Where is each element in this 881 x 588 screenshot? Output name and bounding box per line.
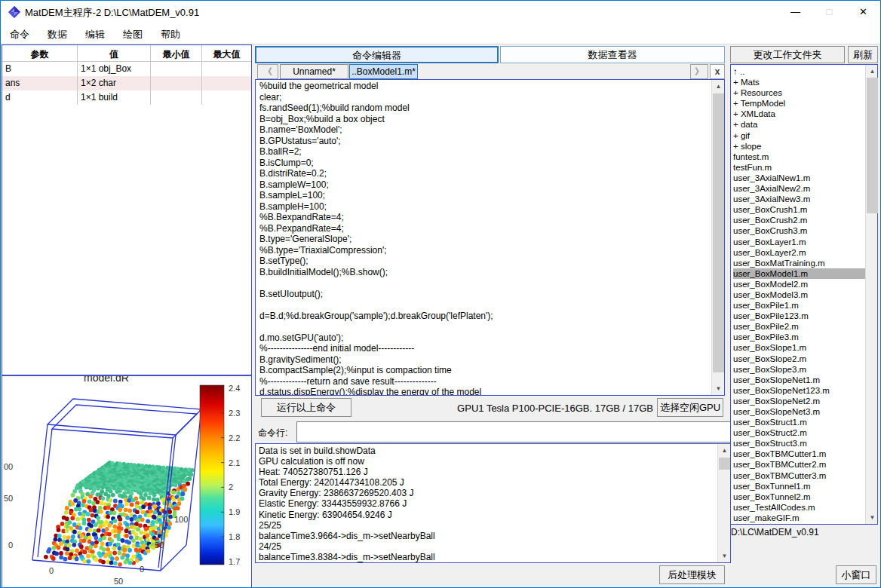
file-list-item[interactable]: user_BoxSlopeNet123.m xyxy=(733,385,865,396)
tab-data-viewer[interactable]: 数据查看器 xyxy=(500,46,725,63)
title-bar[interactable]: MatDEM主程序-2 D:\LC\MatDEM_v0.91 — □ ✕ xyxy=(1,1,880,23)
file-list-item[interactable]: user_BoxModel1.m xyxy=(733,268,865,279)
subtab-close-icon[interactable]: x xyxy=(710,64,725,79)
select-idle-gpu-button[interactable]: 选择空闲GPU xyxy=(657,398,723,417)
file-list-item[interactable]: user_BoxPile2.m xyxy=(733,321,865,332)
axis-tick: 50 xyxy=(114,577,123,586)
menu-item-0[interactable]: 命令 xyxy=(1,23,38,46)
table-row[interactable]: d1×1 build xyxy=(2,90,251,105)
file-list-item[interactable]: user_BoxTBMCutter2.m xyxy=(733,459,865,470)
file-list-item[interactable]: user_3AxialNew1.m xyxy=(733,173,865,183)
table-cell xyxy=(202,76,251,90)
menu-item-2[interactable]: 编辑 xyxy=(76,23,114,46)
tab-command-editor[interactable]: 命令编辑器 xyxy=(255,46,499,63)
file-list-scrollbar-thumb[interactable] xyxy=(867,78,878,213)
file-list-item[interactable]: user_BoxSlope2.m xyxy=(733,354,865,364)
file-list-item[interactable]: user_BoxPile1.m xyxy=(733,300,865,311)
colorbar-tick: 2.1 xyxy=(229,458,240,467)
change-workdir-button[interactable]: 更改工作文件夹 xyxy=(730,46,845,63)
file-list-item[interactable]: user_BoxTBMCutter3.m xyxy=(733,470,865,481)
col-header-max[interactable]: 最大值 xyxy=(202,45,251,62)
code-line: d=B.d;%d.breakGroup('sample');d.breakGro… xyxy=(259,311,711,322)
code-editor[interactable]: %build the geometrical modelclear;fs.ran… xyxy=(255,79,725,396)
table-row[interactable]: B1×1 obj_Box xyxy=(2,62,251,76)
menu-item-4[interactable]: 帮助 xyxy=(152,23,189,46)
console-scrollbar-thumb[interactable] xyxy=(719,458,730,470)
file-list-item[interactable]: user_BoxSlope1.m xyxy=(733,342,865,353)
file-list-item[interactable]: funtest.m xyxy=(733,152,865,162)
file-list-item[interactable]: + data xyxy=(733,119,865,130)
subtab-unnamed[interactable]: Unnamed* xyxy=(280,64,348,79)
file-list-item[interactable]: ↑ .. xyxy=(733,66,865,77)
command-line-row: 命令行: xyxy=(255,421,731,443)
file-list-item[interactable]: user_BoxTunnel1.m xyxy=(733,481,865,492)
table-row[interactable]: ans1×2 char xyxy=(2,76,251,90)
file-list-item[interactable]: user_BoxPile3.m xyxy=(733,332,865,342)
subtab-boxmodel1[interactable]: ..BoxModel1.m* xyxy=(349,64,418,79)
file-list-item[interactable]: + TempModel xyxy=(733,98,865,109)
file-list-item[interactable]: user_TestAllCodes.m xyxy=(733,502,865,513)
file-list-item[interactable]: user_BoxSlopeNet1.m xyxy=(733,375,865,385)
file-list-item[interactable]: user_BoxCrush1.m xyxy=(733,204,865,215)
console-line: balanceTime3.9664->dis_m->setNearbyBall xyxy=(259,531,717,541)
menu-item-1[interactable]: 数据 xyxy=(38,23,76,46)
menu-item-3[interactable]: 绘图 xyxy=(114,23,152,46)
code-lines[interactable]: %build the geometrical modelclear;fs.ran… xyxy=(256,80,711,395)
col-header-param[interactable]: 参数 xyxy=(2,45,78,62)
console-output[interactable]: Data is set in build.showDataGPU calcula… xyxy=(255,443,731,563)
code-line: %B.type='TriaxialCompression'; xyxy=(259,245,711,256)
file-list-item[interactable]: user_BoxCrush3.m xyxy=(733,225,865,236)
post-process-module-button[interactable]: 后处理模块 xyxy=(659,565,725,584)
code-line: B.sampleL=100; xyxy=(259,190,711,201)
file-list-item[interactable]: + gif xyxy=(733,130,865,141)
file-list-item[interactable]: user_3AxialNew2.m xyxy=(733,183,865,194)
run-bar: 运行以上命令 GPU1 Tesla P100-PCIE-16GB. 17GB /… xyxy=(255,396,725,421)
col-header-min[interactable]: 最小值 xyxy=(151,45,202,62)
file-list-item[interactable]: user_BoxSlopeNet2.m xyxy=(733,396,865,406)
run-commands-button[interactable]: 运行以上命令 xyxy=(261,398,351,417)
file-list-item[interactable]: testFun.m xyxy=(733,162,865,173)
scroll-up-icon[interactable]: ▲ xyxy=(718,444,731,457)
file-list-item[interactable]: user_3AxialNew3.m xyxy=(733,194,865,204)
subtab-scroll-left-icon[interactable]: 《 xyxy=(257,64,278,79)
scroll-down-icon[interactable]: ▼ xyxy=(712,382,725,395)
file-list-item[interactable]: user_BoxStruct1.m xyxy=(733,417,865,427)
file-list-item[interactable]: user_BoxSlope3.m xyxy=(733,364,865,375)
file-list-item[interactable]: user_BoxCrush2.m xyxy=(733,215,865,225)
file-list-scrollbar[interactable]: ▲ ▼ xyxy=(865,65,877,524)
file-list-item[interactable]: + XMLdata xyxy=(733,109,865,119)
file-list-item[interactable]: user_BoxPile123.m xyxy=(733,311,865,321)
file-list-item[interactable]: user_BoxSlopeNet3.m xyxy=(733,406,865,417)
file-list-item[interactable]: user_BoxStruct3.m xyxy=(733,438,865,449)
file-list-item[interactable]: + Mats xyxy=(733,77,865,87)
code-line: d.status.dispEnergy();%display the energ… xyxy=(259,387,711,395)
console-scrollbar[interactable]: ▲ ▼ xyxy=(717,444,730,562)
editor-scrollbar-thumb[interactable] xyxy=(713,93,724,372)
scroll-down-icon[interactable]: ▼ xyxy=(866,511,879,524)
file-list-item[interactable]: user_BoxMatTraining.m xyxy=(733,258,865,268)
refresh-button[interactable]: 刷新 xyxy=(848,46,878,63)
file-list-item[interactable]: user_BoxModel2.m xyxy=(733,279,865,289)
small-window-button[interactable]: 小窗口 xyxy=(836,565,876,584)
file-list-item[interactable]: user_BoxLayer1.m xyxy=(733,237,865,247)
close-button[interactable]: ✕ xyxy=(846,1,880,23)
minimize-button[interactable]: — xyxy=(778,1,812,23)
file-list-item[interactable]: + Resources xyxy=(733,87,865,98)
scroll-up-icon[interactable]: ▲ xyxy=(712,80,725,93)
file-list-item[interactable]: user_BoxStruct2.m xyxy=(733,427,865,438)
file-list-item[interactable]: user_BoxModel3.m xyxy=(733,289,865,300)
maximize-button[interactable]: □ xyxy=(812,1,846,23)
file-list-item[interactable]: user_BoxLayer2.m xyxy=(733,247,865,258)
command-line-input[interactable] xyxy=(296,421,731,443)
file-list-item[interactable]: + slope xyxy=(733,141,865,152)
col-header-value[interactable]: 值 xyxy=(78,45,151,62)
file-list-item[interactable]: user_BoxTunnel2.m xyxy=(733,492,865,502)
scroll-down-icon[interactable]: ▼ xyxy=(718,550,731,562)
scroll-up-icon[interactable]: ▲ xyxy=(866,65,879,78)
file-list-item[interactable]: user_BoxTBMCutter1.m xyxy=(733,449,865,459)
subtab-scroll-right-icon[interactable]: 》 xyxy=(690,64,708,79)
console-line: Total Energy: 2420144734108.205 J xyxy=(259,477,717,488)
file-list-item[interactable]: user_makeGIF.m xyxy=(733,513,865,523)
window-title: MatDEM主程序-2 D:\LC\MatDEM_v0.91 xyxy=(25,6,199,20)
editor-scrollbar[interactable]: ▲ ▼ xyxy=(711,80,724,395)
